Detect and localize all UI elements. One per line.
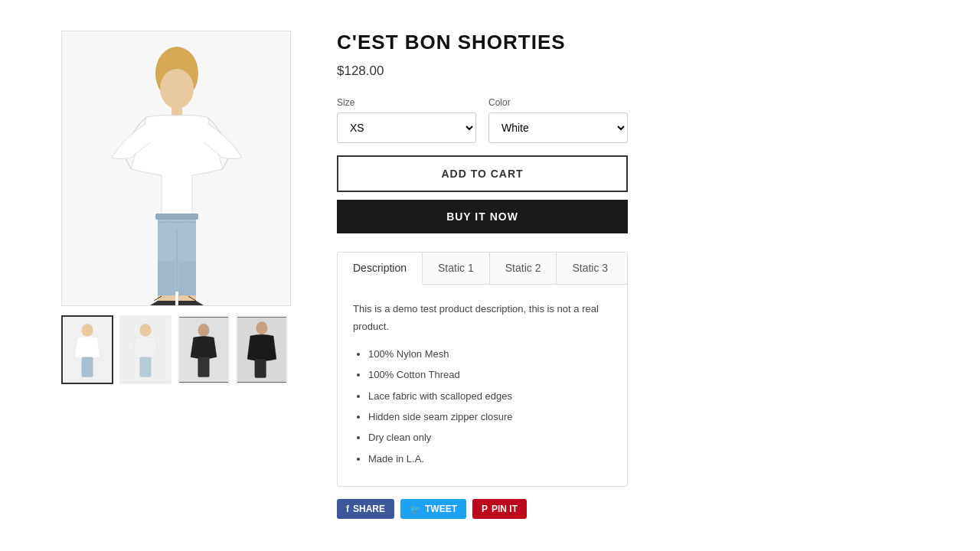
- color-option-group: Color White Black Nude: [488, 97, 628, 143]
- share-pinterest-button[interactable]: P PIN IT: [472, 499, 527, 519]
- twitter-icon: 🐦: [410, 504, 421, 514]
- tab-static3[interactable]: Static 3: [557, 253, 623, 284]
- svg-rect-25: [255, 359, 266, 377]
- tab-static2[interactable]: Static 2: [490, 253, 557, 284]
- size-option-group: Size XS S M L XL: [337, 97, 476, 143]
- thumbnail-image-4: [237, 317, 286, 383]
- svg-point-21: [198, 324, 209, 337]
- left-column: [61, 31, 291, 384]
- description-intro: This is a demo test product description,…: [353, 300, 612, 336]
- facebook-icon: f: [346, 504, 349, 514]
- buy-now-button[interactable]: BUY IT NOW: [337, 200, 628, 233]
- size-select[interactable]: XS S M L XL: [337, 112, 476, 143]
- svg-point-24: [256, 321, 267, 334]
- feature-6: Made in L.A.: [368, 450, 612, 468]
- product-image-svg: [62, 31, 291, 306]
- right-column: C'EST BON SHORTIES $128.00 Size XS S M L…: [337, 31, 628, 519]
- tab-content: This is a demo test product description,…: [338, 285, 627, 486]
- svg-rect-7: [155, 214, 198, 220]
- feature-5: Dry clean only: [368, 429, 612, 446]
- feature-1: 100% Nylon Mesh: [368, 345, 612, 363]
- product-title: C'EST BON SHORTIES: [337, 31, 628, 54]
- options-row: Size XS S M L XL Color White Black Nude: [337, 97, 628, 143]
- tabs-container: Description Static 1 Static 2 Static 3 T…: [337, 252, 628, 487]
- svg-rect-16: [81, 357, 93, 377]
- tabs-header: Description Static 1 Static 2 Static 3: [338, 253, 627, 285]
- thumbnails-row: [61, 315, 291, 384]
- thumbnail-1[interactable]: [61, 315, 113, 384]
- svg-point-18: [139, 324, 151, 337]
- add-to-cart-button[interactable]: ADD TO CART: [337, 155, 628, 192]
- product-price: $128.00: [337, 64, 628, 79]
- features-list: 100% Nylon Mesh 100% Cotton Thread Lace …: [353, 345, 612, 468]
- pinterest-icon: P: [482, 504, 488, 514]
- share-twitter-button[interactable]: 🐦 TWEET: [400, 499, 466, 519]
- feature-4: Hidden side seam zipper closure: [368, 408, 612, 425]
- share-facebook-button[interactable]: f SHARE: [337, 499, 394, 519]
- thumbnail-image-3: [179, 317, 228, 383]
- svg-rect-19: [139, 357, 151, 377]
- thumbnail-2[interactable]: [119, 315, 172, 384]
- tab-description[interactable]: Description: [338, 253, 423, 285]
- thumbnail-4[interactable]: [236, 315, 288, 384]
- size-label: Size: [337, 97, 476, 108]
- color-label: Color: [488, 97, 628, 108]
- color-select[interactable]: White Black Nude: [488, 112, 628, 143]
- feature-3: Lace fabric with scalloped edges: [368, 387, 612, 405]
- svg-rect-8: [158, 261, 175, 299]
- svg-point-15: [81, 324, 93, 337]
- main-product-image: [61, 31, 291, 306]
- svg-rect-22: [198, 357, 209, 377]
- svg-point-3: [160, 69, 194, 109]
- facebook-label: SHARE: [353, 504, 385, 514]
- pinterest-label: PIN IT: [492, 504, 518, 514]
- thumbnail-image-2: [121, 317, 170, 383]
- thumbnail-3[interactable]: [178, 315, 230, 384]
- thumbnail-image-1: [63, 317, 112, 383]
- main-image-placeholder: [62, 31, 290, 305]
- tab-static1[interactable]: Static 1: [423, 253, 490, 284]
- feature-2: 100% Cotton Thread: [368, 366, 612, 383]
- svg-rect-9: [178, 261, 196, 299]
- twitter-label: TWEET: [425, 504, 457, 514]
- page-container: C'EST BON SHORTIES $128.00 Size XS S M L…: [0, 0, 980, 549]
- social-share: f SHARE 🐦 TWEET P PIN IT: [337, 499, 628, 519]
